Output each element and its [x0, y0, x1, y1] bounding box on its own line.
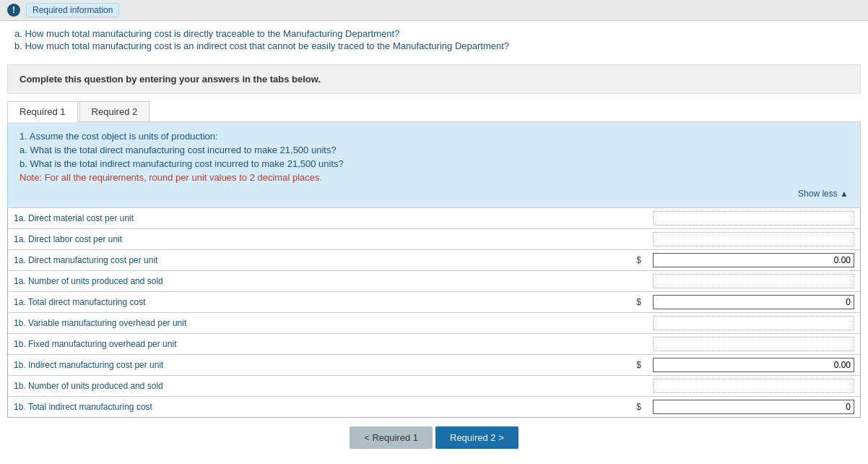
row-input[interactable] — [653, 400, 854, 414]
row-label: 1b. Total indirect manufacturing cost — [8, 397, 594, 418]
row-label: 1a. Direct manufacturing cost per unit — [8, 250, 594, 271]
prev-button[interactable]: < Required 1 — [350, 426, 433, 449]
row-input[interactable] — [653, 358, 854, 372]
row-symbol — [594, 313, 647, 334]
row-input-cell[interactable] — [647, 208, 860, 229]
table-row: 1a. Direct manufacturing cost per unit$ — [8, 250, 860, 271]
row-label: 1b. Variable manufacturing overhead per … — [8, 313, 594, 334]
table-row: 1b. Indirect manufacturing cost per unit… — [8, 355, 860, 376]
top-bar: ! Required information — [0, 0, 868, 21]
tab-required-2[interactable]: Required 2 — [79, 101, 150, 121]
table-row: 1b. Number of units produced and sold — [8, 376, 860, 397]
row-label: 1a. Direct labor cost per unit — [8, 229, 594, 250]
data-table: 1a. Direct material cost per unit1a. Dir… — [8, 208, 860, 417]
question-b: b. How much total manufacturing cost is … — [14, 40, 854, 51]
info-icon: ! — [7, 4, 20, 17]
footer-buttons: < Required 1 Required 2 > — [0, 418, 868, 457]
row-input-cell[interactable] — [647, 313, 860, 334]
instruction-box: Complete this question by entering your … — [7, 64, 861, 94]
table-row: 1b. Fixed manufacturing overhead per uni… — [8, 334, 860, 355]
row-input-cell[interactable] — [647, 334, 860, 355]
show-less-button[interactable]: Show less ▲ — [19, 189, 849, 199]
content-line1: 1. Assume the cost object is units of pr… — [19, 131, 849, 142]
next-button[interactable]: Required 2 > — [435, 426, 518, 449]
instruction-text: Complete this question by entering your … — [19, 74, 849, 85]
row-symbol: $ — [594, 250, 647, 271]
required-info-badge: Required information — [26, 3, 119, 17]
row-input[interactable] — [653, 337, 854, 351]
content-note: Note: For all the requirements, round pe… — [19, 172, 849, 183]
row-input-cell[interactable] — [647, 229, 860, 250]
row-label: 1a. Direct material cost per unit — [8, 208, 594, 229]
row-symbol — [594, 376, 647, 397]
row-input-cell[interactable] — [647, 250, 860, 271]
content-line2: a. What is the total direct manufacturin… — [19, 145, 849, 155]
row-label: 1b. Fixed manufacturing overhead per uni… — [8, 334, 594, 355]
table-row: 1a. Direct material cost per unit — [8, 208, 860, 229]
questions-section: a. How much total manufacturing cost is … — [0, 21, 868, 59]
data-table-section: 1a. Direct material cost per unit1a. Dir… — [7, 208, 861, 418]
row-input[interactable] — [653, 316, 854, 330]
row-symbol — [594, 229, 647, 250]
content-line3: b. What is the total indirect manufactur… — [19, 158, 849, 169]
tab-required-1[interactable]: Required 1 — [7, 101, 78, 122]
table-row: 1a. Total direct manufacturing cost$ — [8, 292, 860, 313]
row-input[interactable] — [653, 295, 854, 309]
table-row: 1a. Direct labor cost per unit — [8, 229, 860, 250]
row-input[interactable] — [653, 232, 854, 246]
question-a: a. How much total manufacturing cost is … — [14, 28, 854, 39]
row-symbol — [594, 208, 647, 229]
row-input-cell[interactable] — [647, 355, 860, 376]
row-input[interactable] — [653, 274, 854, 288]
row-label: 1a. Total direct manufacturing cost — [8, 292, 594, 313]
row-label: 1b. Number of units produced and sold — [8, 376, 594, 397]
table-row: 1b. Total indirect manufacturing cost$ — [8, 397, 860, 418]
row-symbol: $ — [594, 292, 647, 313]
table-row: 1b. Variable manufacturing overhead per … — [8, 313, 860, 334]
row-input-cell[interactable] — [647, 292, 860, 313]
row-input[interactable] — [653, 253, 854, 267]
tabs-container: Required 1 Required 2 — [7, 101, 861, 122]
content-area: 1. Assume the cost object is units of pr… — [7, 122, 861, 208]
row-label: 1b. Indirect manufacturing cost per unit — [8, 355, 594, 376]
row-input-cell[interactable] — [647, 397, 860, 418]
row-input[interactable] — [653, 379, 854, 393]
row-symbol — [594, 271, 647, 292]
row-label: 1a. Number of units produced and sold — [8, 271, 594, 292]
row-input[interactable] — [653, 211, 854, 225]
row-symbol — [594, 334, 647, 355]
row-input-cell[interactable] — [647, 376, 860, 397]
row-symbol: $ — [594, 355, 647, 376]
row-input-cell[interactable] — [647, 271, 860, 292]
table-row: 1a. Number of units produced and sold — [8, 271, 860, 292]
row-symbol: $ — [594, 397, 647, 418]
